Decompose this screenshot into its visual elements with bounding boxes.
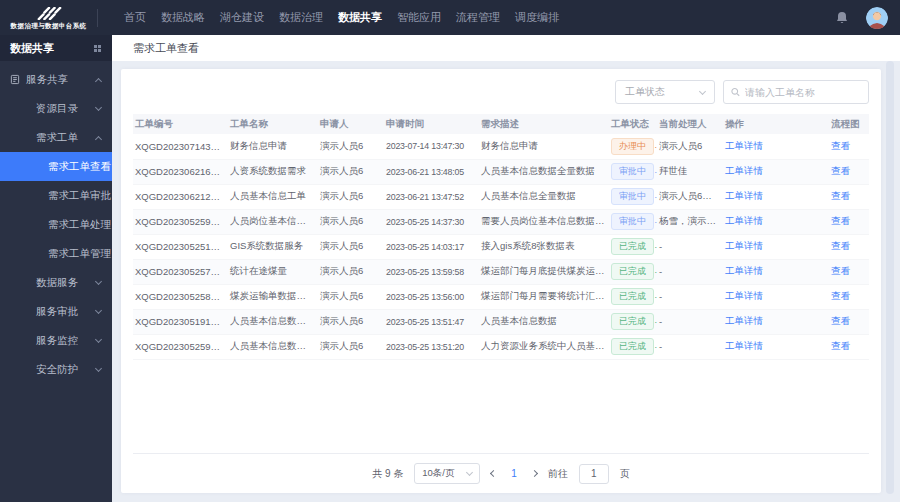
status-badge: 已完成 [611, 288, 654, 305]
flow-cell: 查看 [829, 159, 869, 184]
view-flow-link[interactable]: 查看 [831, 215, 850, 226]
status-badge: 办理中 [611, 138, 654, 155]
order-id-cell: XQGD202306212434 [133, 184, 228, 209]
chevron-up-icon [95, 77, 102, 84]
apply-time-cell: 2023-05-25 13:56:00 [384, 284, 479, 309]
table-row: XQGD202306212434人员基本信息工单演示人员62023-06-21 … [133, 184, 869, 209]
prev-page-button[interactable] [490, 470, 497, 477]
sidebar-item-label: 需求工单查看 [48, 160, 111, 174]
nav-item[interactable]: 智能应用 [397, 10, 441, 25]
chevron-down-icon [466, 469, 473, 476]
page-number[interactable]: 1 [507, 468, 521, 479]
status-cell: 审批中 [609, 159, 657, 184]
order-detail-link[interactable]: 工单详情 [725, 240, 763, 251]
sidebar-title: 数据共享 [10, 41, 54, 56]
top-nav: 数据治理与数据中台系统 首页数据战略湖仓建设数据治理数据共享智能应用流程管理调度… [0, 0, 900, 35]
sidebar-item-label: 资源目录 [36, 102, 78, 116]
sidebar-item[interactable]: 资源目录 [0, 94, 112, 123]
order-detail-link[interactable]: 工单详情 [725, 165, 763, 176]
order-name-cell: 统计在途煤量 [228, 259, 318, 284]
pagination: 共 9 条 10条/页 1 前往 页 [133, 453, 869, 493]
order-detail-link[interactable]: 工单详情 [725, 265, 763, 276]
page-size-value: 10条/页 [422, 467, 454, 480]
view-flow-link[interactable]: 查看 [831, 315, 850, 326]
view-flow-link[interactable]: 查看 [831, 140, 850, 151]
chevron-down-icon [95, 364, 102, 371]
column-header: 流程图 [829, 114, 869, 134]
order-name-cell: 煤炭运输单数据服务工单 [228, 284, 318, 309]
apply-time-cell: 2023-06-21 13:48:05 [384, 159, 479, 184]
order-detail-link[interactable]: 工单详情 [725, 190, 763, 201]
order-id-cell: XQGD202305251328 [133, 234, 228, 259]
description-cell: 人员基本信息数据 [479, 309, 609, 334]
filter-row: 工单状态 [121, 69, 881, 114]
nav-item[interactable]: 数据战略 [161, 10, 205, 25]
handler-cell: 演示人员6 [657, 134, 723, 159]
flow-cell: 查看 [829, 209, 869, 234]
sidebar-item[interactable]: 需求工单管理 [0, 239, 112, 268]
applicant-cell: 演示人员6 [318, 134, 384, 159]
goto-page-input[interactable] [579, 464, 609, 484]
order-id-cell: XQGD202305259313 [133, 209, 228, 234]
column-header: 工单编号 [133, 114, 228, 134]
sidebar-item[interactable]: 安全防护 [0, 355, 112, 384]
bell-icon[interactable] [836, 11, 848, 24]
handler-cell: - [657, 309, 723, 334]
order-detail-link[interactable]: 工单详情 [725, 290, 763, 301]
view-flow-link[interactable]: 查看 [831, 190, 850, 201]
order-detail-link[interactable]: 工单详情 [725, 215, 763, 226]
status-select[interactable]: 工单状态 [615, 80, 715, 104]
nav-item[interactable]: 数据治理 [279, 10, 323, 25]
handler-cell: 拜世佳 [657, 159, 723, 184]
order-id-cell: XQGD202305191947 [133, 309, 228, 334]
handler-cell: - [657, 234, 723, 259]
sidebar-item[interactable]: 服务审批 [0, 297, 112, 326]
nav-item[interactable]: 流程管理 [456, 10, 500, 25]
order-id-cell: XQGD202306216193 [133, 159, 228, 184]
status-badge: 已完成 [611, 338, 654, 355]
view-flow-link[interactable]: 查看 [831, 265, 850, 276]
order-detail-link[interactable]: 工单详情 [725, 340, 763, 351]
description-cell: 需要人员岗位基本信息数据，以支... [479, 209, 609, 234]
view-flow-link[interactable]: 查看 [831, 165, 850, 176]
sidebar-item[interactable]: 需求工单 [0, 123, 112, 152]
next-page-button[interactable] [531, 470, 538, 477]
nav-item[interactable]: 调度编排 [515, 10, 559, 25]
sidebar-item[interactable]: 需求工单审批 [0, 181, 112, 210]
sidebar-item[interactable]: 数据服务 [0, 268, 112, 297]
order-detail-link[interactable]: 工单详情 [725, 140, 763, 151]
description-cell: 人员基本信息全量数据 [479, 184, 609, 209]
sidebar-item[interactable]: 需求工单处理 [0, 210, 112, 239]
sidebar-item[interactable]: 服务监控 [0, 326, 112, 355]
nav-item[interactable]: 湖仓建设 [220, 10, 264, 25]
table-row: XQGD202305191947人员基本信息数据服务...演示人员62023-0… [133, 309, 869, 334]
search-input[interactable] [745, 87, 861, 98]
order-detail-link[interactable]: 工单详情 [725, 315, 763, 326]
view-flow-link[interactable]: 查看 [831, 340, 850, 351]
page-size-select[interactable]: 10条/页 [414, 463, 480, 484]
sidebar-item[interactable]: 需求工单查看 [0, 152, 112, 181]
sidebar-item-label: 服务审批 [36, 305, 78, 319]
nav-item[interactable]: 首页 [124, 10, 146, 25]
chevron-down-icon [699, 87, 706, 94]
logo-title: 数据治理与数据中台系统 [11, 22, 87, 31]
app-logo: 数据治理与数据中台系统 [0, 5, 97, 31]
sidebar-item-label: 数据服务 [36, 276, 78, 290]
sidebar-item[interactable]: 服务共享 [0, 65, 112, 94]
order-name-cell: 人员基本信息工单 [228, 184, 318, 209]
scrollbar[interactable] [886, 61, 894, 494]
view-flow-link[interactable]: 查看 [831, 240, 850, 251]
description-cell: 财务信息申请 [479, 134, 609, 159]
grid-icon[interactable] [94, 45, 102, 52]
handler-cell: 杨雪，演示人... [657, 209, 723, 234]
nav-item[interactable]: 数据共享 [338, 10, 382, 25]
action-cell: 工单详情 [723, 284, 829, 309]
status-cell: 已完成 [609, 334, 657, 359]
user-avatar[interactable] [866, 7, 888, 29]
description-cell: 煤运部门每月底提供煤炭运输信息... [479, 259, 609, 284]
flow-cell: 查看 [829, 284, 869, 309]
view-flow-link[interactable]: 查看 [831, 290, 850, 301]
sidebar: 数据共享 服务共享资源目录需求工单需求工单查看需求工单审批需求工单处理需求工单管… [0, 35, 112, 502]
applicant-cell: 演示人员6 [318, 309, 384, 334]
column-header: 需求描述 [479, 114, 609, 134]
